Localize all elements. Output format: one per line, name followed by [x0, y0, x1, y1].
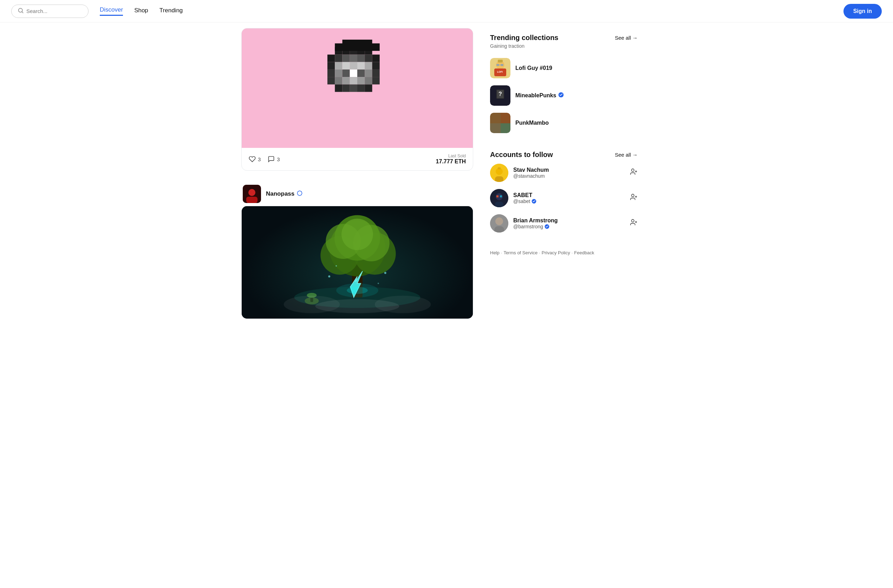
svg-rect-82	[490, 123, 501, 133]
heart-icon	[249, 156, 256, 162]
stav-handle: @stavnachum	[513, 173, 625, 179]
svg-rect-83	[501, 113, 510, 123]
comment-count: 3	[277, 156, 280, 162]
svg-rect-37	[350, 84, 357, 92]
svg-rect-9	[343, 54, 350, 62]
brian-info: Brian Armstrong @barmstrong	[513, 217, 625, 229]
add-user-icon	[630, 168, 637, 176]
svg-rect-7	[328, 54, 335, 62]
accounts-header: Accounts to follow See all →	[490, 151, 637, 159]
comment-action[interactable]: 3	[268, 156, 280, 162]
feed-column: 3 3 Last Sold 17.777 ETH	[241, 23, 473, 327]
svg-rect-87	[498, 167, 501, 169]
nav-shop[interactable]: Shop	[134, 7, 148, 15]
verified-icon-mineable	[558, 92, 564, 99]
sidebar-footer: Help · Terms of Service · Privacy Policy…	[490, 250, 637, 256]
comment-icon	[268, 156, 275, 162]
accounts-section: Accounts to follow See all →	[490, 151, 637, 236]
follow-item-sabet: SABET @sabet	[490, 185, 637, 211]
nft-actions: 3 3	[249, 156, 280, 162]
brian-handle: @barmstrong	[513, 224, 625, 229]
svg-rect-29	[335, 77, 342, 84]
svg-rect-31	[350, 77, 357, 84]
search-input[interactable]	[26, 8, 82, 14]
nft-image-1[interactable]	[242, 29, 473, 148]
svg-rect-13	[372, 54, 380, 62]
stav-name: Stav Nachum	[513, 167, 625, 173]
svg-point-88	[631, 169, 634, 171]
lofi-thumb: LOFI	[490, 58, 510, 78]
tree-art	[242, 206, 473, 319]
svg-rect-26	[365, 69, 372, 77]
footer-help[interactable]: Help	[490, 250, 499, 256]
search-bar[interactable]	[11, 5, 89, 18]
follow-stav-button[interactable]	[630, 168, 637, 178]
svg-rect-34	[372, 77, 380, 84]
sabet-name: SABET	[513, 192, 625, 199]
price-value: 17.777 ETH	[436, 158, 466, 165]
svg-rect-17	[350, 62, 357, 69]
account-nanopass-row[interactable]: Nanopass	[241, 179, 473, 206]
like-action[interactable]: 3	[249, 156, 261, 162]
svg-rect-15	[335, 62, 342, 69]
trending-see-all[interactable]: See all →	[615, 35, 637, 41]
svg-rect-30	[343, 77, 350, 84]
footer-privacy[interactable]: Privacy Policy	[542, 250, 570, 256]
add-user-icon-2	[630, 193, 637, 201]
nav: Discover Shop Trending	[100, 6, 832, 16]
brian-name: Brian Armstrong	[513, 217, 625, 224]
svg-rect-102	[494, 226, 504, 233]
svg-point-61	[384, 272, 386, 274]
svg-rect-32	[357, 77, 365, 84]
brian-avatar	[490, 214, 508, 233]
collection-item-lofi[interactable]: LOFI Lofi Guy #019	[490, 54, 637, 82]
like-count: 3	[258, 156, 261, 162]
trending-title: Trending collections	[490, 34, 558, 42]
svg-rect-24	[350, 69, 357, 77]
nanopass-avatar-art	[243, 185, 261, 203]
follow-brian-button[interactable]	[630, 218, 637, 228]
svg-rect-19	[365, 62, 372, 69]
arrow-icon: →	[632, 35, 637, 41]
brian-art	[490, 214, 508, 233]
svg-rect-21	[328, 69, 335, 77]
svg-rect-94	[500, 195, 502, 197]
search-icon	[18, 8, 24, 15]
accounts-title: Accounts to follow	[490, 151, 553, 159]
mineable-art: ?	[490, 85, 510, 106]
svg-point-65	[315, 299, 399, 313]
sidebar: Trending collections See all → Gaining t…	[490, 23, 637, 327]
punk-name: PunkMambo	[516, 120, 549, 126]
collection-item-mineable[interactable]: ? MineablePunks	[490, 82, 637, 109]
punk-thumb	[490, 113, 510, 133]
nav-trending[interactable]: Trending	[159, 7, 183, 15]
svg-rect-20	[372, 62, 380, 69]
footer-tos[interactable]: Terms of Service	[504, 250, 537, 256]
header: Discover Shop Trending Sign in	[0, 0, 893, 23]
follow-sabet-button[interactable]	[630, 193, 637, 203]
svg-rect-44	[246, 197, 257, 203]
nft-card-footer-1: 3 3 Last Sold 17.777 ETH	[242, 148, 473, 170]
svg-rect-71	[501, 64, 504, 66]
verified-icon-sabet	[532, 199, 537, 204]
svg-point-43	[248, 189, 256, 196]
collection-item-punk[interactable]: PunkMambo	[490, 109, 637, 137]
svg-rect-8	[335, 54, 342, 62]
nav-discover[interactable]: Discover	[100, 6, 123, 16]
svg-point-55	[347, 287, 368, 294]
accounts-see-all[interactable]: See all →	[615, 152, 637, 158]
svg-rect-14	[328, 62, 335, 69]
svg-rect-95	[495, 202, 504, 207]
svg-rect-12	[365, 54, 372, 62]
nanopass-avatar	[243, 185, 261, 203]
mineable-name: MineablePunks	[516, 92, 564, 99]
svg-rect-36	[343, 84, 350, 92]
lofi-art: LOFI	[490, 58, 510, 78]
nft-image-2[interactable]	[242, 206, 473, 319]
footer-feedback[interactable]: Feedback	[574, 250, 594, 256]
sign-in-button[interactable]: Sign in	[843, 4, 882, 19]
svg-point-97	[631, 194, 634, 197]
verified-icon-brian	[544, 224, 549, 229]
svg-point-59	[328, 275, 330, 278]
svg-rect-81	[501, 123, 510, 133]
